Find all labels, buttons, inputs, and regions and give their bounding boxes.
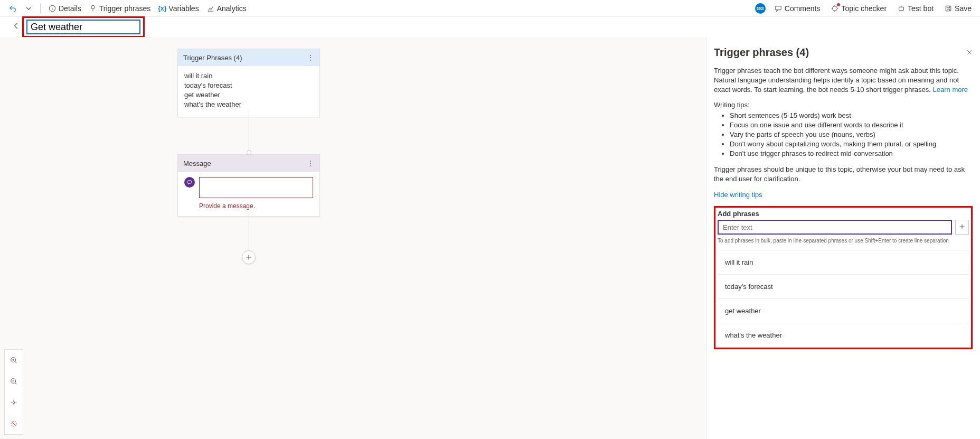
add-node-button[interactable] bbox=[242, 250, 256, 264]
separator bbox=[40, 4, 41, 13]
zoom-in-button[interactable] bbox=[5, 350, 23, 371]
svg-rect-6 bbox=[187, 181, 192, 183]
analytics-button[interactable]: Analytics bbox=[204, 3, 249, 14]
test-bot-label: Test bot bbox=[908, 4, 934, 13]
comments-button[interactable]: Comments bbox=[772, 3, 823, 14]
thumbtack-icon bbox=[89, 4, 97, 13]
svg-point-1 bbox=[91, 5, 95, 8]
info-icon bbox=[48, 4, 56, 13]
panel-title: Trigger phrases (4) bbox=[714, 46, 809, 59]
trigger-node-body: will it rain today's forecast get weathe… bbox=[178, 66, 319, 117]
top-toolbar: Details Trigger phrases {x} Variables An… bbox=[0, 0, 980, 17]
topic-checker-button[interactable]: Topic checker bbox=[828, 3, 889, 14]
topic-title-row bbox=[0, 17, 980, 37]
trigger-phrases-label: Trigger phrases bbox=[99, 4, 151, 13]
comments-label: Comments bbox=[785, 4, 821, 13]
connector bbox=[249, 110, 249, 150]
trigger-phrase-item: get weather bbox=[184, 90, 313, 100]
trigger-node-menu[interactable]: ⋮ bbox=[307, 53, 314, 62]
chart-icon bbox=[206, 4, 215, 13]
phrase-list-item[interactable]: get weather bbox=[718, 299, 969, 323]
add-phrase-button[interactable] bbox=[955, 220, 969, 235]
svg-point-3 bbox=[833, 6, 837, 11]
back-button[interactable] bbox=[13, 22, 20, 32]
variables-icon: {x} bbox=[158, 4, 166, 13]
save-label: Save bbox=[955, 4, 972, 13]
add-phrase-hint: To add phrases in bulk, paste in line-se… bbox=[718, 238, 969, 244]
save-button[interactable]: Save bbox=[942, 3, 974, 14]
tips-list: Short sentences (5-15 words) work best F… bbox=[730, 111, 973, 158]
topic-checker-icon bbox=[831, 4, 839, 13]
learn-more-link[interactable]: Learn more bbox=[933, 86, 968, 94]
undo-dropdown[interactable] bbox=[22, 3, 35, 14]
message-icon bbox=[184, 177, 195, 188]
message-node[interactable]: Message ⋮ Provide a message. bbox=[177, 154, 320, 217]
svg-rect-2 bbox=[776, 6, 781, 10]
tip-item: Focus on one issue and use different wor… bbox=[730, 120, 973, 130]
add-phrase-input[interactable] bbox=[718, 220, 952, 235]
message-node-menu[interactable]: ⋮ bbox=[307, 159, 314, 167]
panel-close-button[interactable] bbox=[966, 49, 973, 57]
message-textarea[interactable] bbox=[199, 177, 313, 198]
topic-checker-label: Topic checker bbox=[841, 4, 887, 13]
tip-item: Vary the parts of speech you use (nouns,… bbox=[730, 130, 973, 139]
tip-item: Short sentences (5-15 words) work best bbox=[730, 111, 973, 120]
tips-heading: Writing tips: bbox=[714, 101, 973, 109]
zoom-out-button[interactable] bbox=[5, 371, 23, 392]
connector bbox=[249, 212, 249, 250]
avatar[interactable]: GG bbox=[755, 3, 766, 14]
hide-tips-link[interactable]: Hide writing tips bbox=[714, 191, 762, 199]
authoring-canvas[interactable]: Trigger Phrases (4) ⋮ will it rain today… bbox=[0, 37, 706, 439]
topic-name-input[interactable] bbox=[26, 20, 140, 34]
trigger-phrases-panel: Trigger phrases (4) Trigger phrases teac… bbox=[706, 37, 980, 439]
phrase-list-item[interactable]: will it rain bbox=[718, 250, 969, 275]
fit-to-screen-button[interactable] bbox=[5, 392, 23, 413]
phrase-list-item[interactable]: what's the weather bbox=[718, 323, 969, 348]
svg-rect-4 bbox=[899, 7, 904, 10]
variables-label: Variables bbox=[168, 4, 199, 13]
save-icon bbox=[944, 4, 953, 13]
chevron-down-icon bbox=[24, 4, 33, 13]
variables-button[interactable]: {x} Variables bbox=[156, 3, 201, 14]
test-bot-button[interactable]: Test bot bbox=[895, 3, 936, 14]
phrase-list: will it rain today's forecast get weathe… bbox=[718, 250, 969, 348]
trigger-phrase-item: will it rain bbox=[184, 71, 313, 81]
panel-footnote: Trigger phrases should be unique to this… bbox=[714, 165, 973, 184]
trigger-phrase-item: today's forecast bbox=[184, 81, 313, 90]
phrase-list-item[interactable]: today's forecast bbox=[718, 275, 969, 299]
svg-rect-5 bbox=[946, 6, 951, 11]
reset-view-button[interactable] bbox=[5, 413, 23, 434]
bot-icon bbox=[897, 4, 906, 13]
details-label: Details bbox=[59, 4, 81, 13]
svg-point-9 bbox=[13, 401, 15, 404]
tip-item: Don't use trigger phrases to redirect mi… bbox=[730, 149, 973, 158]
trigger-phrase-item: what's the weather bbox=[184, 100, 313, 109]
comment-icon bbox=[774, 4, 783, 13]
analytics-label: Analytics bbox=[217, 4, 247, 13]
tip-item: Don't worry about capitalizing words, ma… bbox=[730, 139, 973, 149]
message-node-title: Message bbox=[183, 160, 211, 167]
trigger-phrases-button[interactable]: Trigger phrases bbox=[87, 3, 153, 14]
undo-button[interactable] bbox=[6, 3, 19, 14]
zoom-controls bbox=[4, 349, 23, 435]
panel-description: Trigger phrases teach the bot different … bbox=[714, 66, 973, 95]
trigger-node-title: Trigger Phrases (4) bbox=[183, 54, 242, 62]
undo-icon bbox=[8, 4, 17, 13]
add-phrases-label: Add phrases bbox=[718, 210, 969, 218]
details-button[interactable]: Details bbox=[46, 3, 83, 14]
trigger-phrases-node[interactable]: Trigger Phrases (4) ⋮ will it rain today… bbox=[177, 49, 320, 117]
add-phrases-section: Add phrases To add phrases in bulk, past… bbox=[714, 206, 973, 349]
message-error: Provide a message. bbox=[199, 202, 313, 210]
